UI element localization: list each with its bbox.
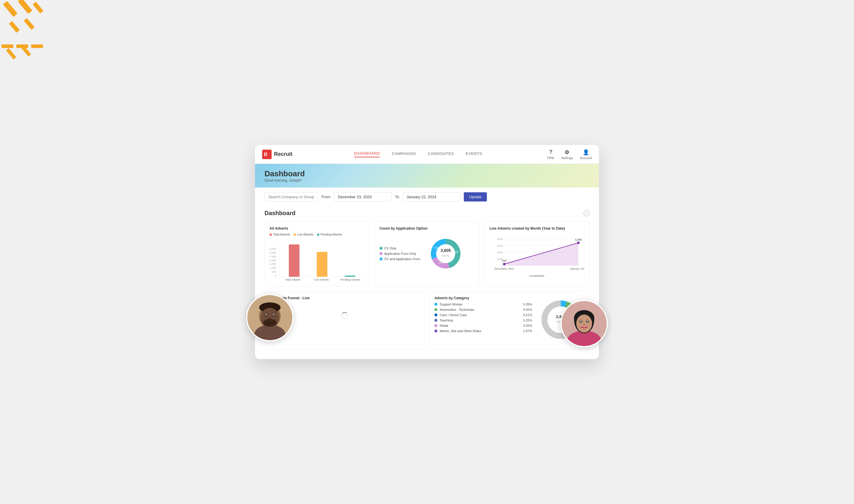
donut-container: CV OnlyApplication Form OnlyCV and Appli… xyxy=(380,233,475,274)
logo-icon: R xyxy=(262,150,272,159)
live-adverts-title: Live Adverts created by Month (Year to D… xyxy=(489,227,585,231)
category-item: Support Worker5.09% xyxy=(434,303,532,306)
svg-rect-3 xyxy=(24,18,34,30)
bar-group xyxy=(338,245,362,277)
bar xyxy=(289,245,299,277)
application-option-title: Count by Application Option xyxy=(380,227,475,231)
nav-link-events[interactable]: EVENTS xyxy=(466,151,482,157)
nav-links: DASHBOARDCAMPAIGNSCANDIDATESEVENTS xyxy=(298,151,539,157)
point-label: 3,396 xyxy=(575,238,582,241)
y-axis-label: 3,000 xyxy=(269,251,276,254)
nav-action-account[interactable]: 👤Account xyxy=(580,149,592,160)
donut-pct-label: 23% xyxy=(438,261,443,264)
line-point xyxy=(577,242,580,244)
page-title: Dashboard xyxy=(264,169,590,178)
category-item: Teaching3.25% xyxy=(434,319,532,322)
category-item: Automotive - Technician4.65% xyxy=(434,308,532,311)
logo-area: R Recruit xyxy=(262,150,298,159)
x-axis-label: CreatedDate xyxy=(529,274,544,277)
svg-rect-4 xyxy=(33,2,43,14)
avatar-left xyxy=(246,294,294,341)
to-label: To xyxy=(395,195,399,199)
svg-rect-5 xyxy=(1,44,13,48)
bar xyxy=(345,275,355,277)
content-area: Dashboard i All Adverts Total AdvertsLiv… xyxy=(255,206,599,359)
y-axis-label: 3,500 xyxy=(269,247,276,250)
y-axis: 3,5003,0002,5002,0001,5001,0005000 xyxy=(269,247,278,277)
from-date-input[interactable] xyxy=(334,192,391,201)
logo-text: Recruit xyxy=(274,151,292,157)
y-axis-label: 2,000 xyxy=(269,259,276,262)
section-title: Dashboard xyxy=(264,210,295,217)
y-axis-label: 1,500 xyxy=(269,263,276,266)
bar xyxy=(317,252,327,277)
nav-action-help[interactable]: ?Help xyxy=(547,149,554,159)
page-subtitle: Good morning, Joseph! xyxy=(264,178,590,182)
svg-point-32 xyxy=(580,321,581,322)
all-adverts-chart: All Adverts Total AdvertsLive AdvertsPen… xyxy=(264,221,370,286)
svg-point-19 xyxy=(266,315,267,316)
bar-legend-item: Total Adverts xyxy=(269,233,290,236)
donut-legend: CV OnlyApplication Form OnlyCV and Appli… xyxy=(380,247,420,261)
svg-rect-2 xyxy=(9,21,20,33)
header-banner: Dashboard Good morning, Joseph! xyxy=(255,164,599,187)
info-icon[interactable]: i xyxy=(583,210,590,216)
donut-pct-label: 46% xyxy=(453,251,459,254)
donut-svg: 46%23%31%3,605TOTAL xyxy=(425,233,467,274)
y-axis-label: 0 xyxy=(269,274,276,277)
app-window: R Recruit DASHBOARDCAMPAIGNSCANDIDATESEV… xyxy=(255,145,599,359)
live-adverts-chart: Live Adverts created by Month (Year to D… xyxy=(484,221,590,286)
bar-legend-item: Pending Adverts xyxy=(317,233,342,236)
charts-grid-bottom: Candidate Funnel - Live Adverts by Categ… xyxy=(264,291,590,349)
application-option-chart: Count by Application Option CV OnlyAppli… xyxy=(374,221,480,286)
loading-spinner xyxy=(341,312,348,319)
search-input[interactable] xyxy=(264,192,318,201)
x-label: December, 2023 xyxy=(494,267,514,270)
donut-legend-item: CV and Application Form xyxy=(380,257,420,261)
donut-total-label: TOTAL xyxy=(441,254,450,257)
all-adverts-legend: Total AdvertsLive AdvertsPending Adverts xyxy=(269,233,365,236)
y-label: 4000 xyxy=(497,238,503,240)
svg-text:R: R xyxy=(264,152,267,157)
nav-link-campaigns[interactable]: CAMPAIGNS xyxy=(392,151,416,157)
to-date-input[interactable] xyxy=(403,192,460,201)
category-item: Admin, Site and Other Roles2.97% xyxy=(434,329,532,333)
update-button[interactable]: Update xyxy=(464,192,487,201)
line-point xyxy=(503,263,506,265)
svg-point-34 xyxy=(583,324,585,325)
svg-point-33 xyxy=(587,321,588,322)
nav-link-dashboard[interactable]: DASHBOARD xyxy=(354,151,380,157)
y-label: 0 xyxy=(502,264,503,267)
y-label: 3000 xyxy=(497,245,503,247)
svg-rect-7 xyxy=(31,44,43,48)
navbar: R Recruit DASHBOARDCAMPAIGNSCANDIDATESEV… xyxy=(255,145,599,164)
y-axis-label: 2,500 xyxy=(269,255,276,258)
bar-x-label: Pending Adverts xyxy=(336,278,365,281)
bar-x-label: Live Adverts xyxy=(307,278,336,281)
filters-bar: From To Update xyxy=(255,187,599,206)
donut-legend-item: Application Form Only xyxy=(380,252,420,255)
y-axis-label: 1,000 xyxy=(269,266,276,269)
category-item: Care / Senior Care3.61% xyxy=(434,313,532,317)
donut-legend-item: CV Only xyxy=(380,247,420,250)
bar-legend-item: Live Adverts xyxy=(294,233,313,236)
svg-rect-0 xyxy=(3,1,17,17)
y-axis-label: 500 xyxy=(269,270,276,273)
bar-group xyxy=(310,245,334,277)
charts-grid-top: All Adverts Total AdvertsLive AdvertsPen… xyxy=(264,221,590,286)
donut-pct-label: 31% xyxy=(434,246,440,249)
funnel-title: Candidate Funnel - Live xyxy=(269,296,420,300)
y-label: 2000 xyxy=(497,251,503,254)
x-label: January, 2024 xyxy=(570,267,585,270)
nav-action-settings[interactable]: ⚙Settings xyxy=(561,149,573,160)
avatar-right xyxy=(560,300,608,347)
svg-point-23 xyxy=(263,319,277,327)
donut-total: 3,605 xyxy=(441,248,451,253)
category-list: Support Worker5.09%Automotive - Technici… xyxy=(434,303,532,333)
nav-link-candidates[interactable]: CANDIDATES xyxy=(428,151,454,157)
svg-rect-1 xyxy=(18,0,32,14)
category-title: Adverts by Category xyxy=(434,296,532,300)
all-adverts-title: All Adverts xyxy=(269,227,365,231)
bar-x-label: Total Adverts xyxy=(278,278,307,281)
svg-point-20 xyxy=(273,315,274,316)
